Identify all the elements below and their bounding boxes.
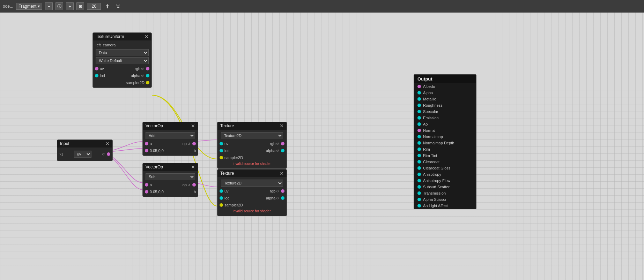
input-uv-row: ×1 uv ↺ — [57, 149, 112, 159]
output-port-normalmap — [417, 135, 421, 138]
sub-b-in-port[interactable] — [145, 190, 148, 194]
texture-uniform-title: TextureUniform — [96, 34, 124, 39]
texture1-type-select[interactable]: Texture2D Texture3D — [221, 132, 283, 139]
output-row-normalmap[interactable]: Normalmap — [414, 134, 476, 140]
output-label-anisotropy: Anisotropy — [423, 172, 441, 176]
mode-label: ode... — [3, 4, 13, 9]
texture2-alpha-out-port[interactable] — [281, 196, 284, 200]
texture1-close[interactable]: ✕ — [280, 123, 284, 128]
output-row-anisotropy-flow[interactable]: Anisotropy Flow — [414, 177, 476, 184]
texture1-rgb-out-port[interactable] — [281, 142, 284, 145]
output-label-normalmap: Normalmap — [423, 135, 443, 139]
add-b-in-port[interactable] — [145, 149, 148, 152]
output-port-normal — [417, 129, 421, 132]
texture2-type-select[interactable]: Texture2D Texture3D — [221, 180, 283, 187]
output-label-roughness: Roughness — [423, 103, 443, 107]
output-row-alpha-scissor[interactable]: Alpha Scissor — [414, 196, 476, 203]
output-row-ao-light-affect[interactable]: Ao Light Affect — [414, 203, 476, 209]
texture1-uv-in-port[interactable] — [220, 142, 223, 145]
sub-op-out-port[interactable] — [192, 183, 196, 187]
vector-op-add-close[interactable]: ✕ — [191, 123, 195, 128]
texture1-alpha-out-port[interactable] — [281, 149, 284, 152]
output-row-ao[interactable]: Ao — [414, 121, 476, 127]
output-port-specular — [417, 110, 421, 113]
texture-uniform-node: TextureUniform ✕ left_camera Data Color … — [92, 32, 152, 88]
output-port-anisotropy-flow — [417, 179, 421, 182]
output-row-anisotropy[interactable]: Anisotropy — [414, 171, 476, 177]
texture1-sampler-row: sampler2D — [217, 154, 287, 161]
vector-op-add-b-row: 0.05,0,0 b — [143, 147, 198, 154]
input-type-select[interactable]: uv — [74, 151, 91, 158]
output-row-rim-tint[interactable]: Rim Tint — [414, 152, 476, 159]
output-row-normal[interactable]: Normal — [414, 127, 476, 134]
sub-a-in-port[interactable] — [145, 183, 148, 187]
output-row-alpha[interactable]: Alpha — [414, 90, 476, 96]
output-row-metallic[interactable]: Metallic — [414, 96, 476, 102]
rgb-out-port[interactable] — [146, 67, 149, 70]
texture2-header: Texture ✕ — [217, 169, 287, 177]
output-row-clearcoat-gloss[interactable]: Clearcoat Gloss — [414, 165, 476, 171]
zoom-out-button[interactable]: − — [45, 2, 53, 10]
zoom-in-button[interactable]: + — [66, 2, 74, 10]
output-label-albedo: Albedo — [423, 84, 435, 89]
save-button[interactable]: 🖫 — [114, 2, 122, 10]
output-row-transmission[interactable]: Transmission — [414, 190, 476, 196]
output-label-metallic: Metallic — [423, 97, 436, 101]
vector-op-sub-b-row: 0.05,0,0 b — [143, 188, 198, 195]
output-port-clearcoat — [417, 160, 421, 164]
vector-op-sub-title: VectorOp — [146, 165, 163, 169]
output-port-ao — [417, 122, 421, 126]
texture2-uv-row: uv rgb ↺ — [217, 188, 287, 195]
info-button[interactable]: ⓘ — [55, 2, 63, 10]
vector-op-sub-node: VectorOp ✕ Sub Add Mul a op ↺ 0.05,0,0 b — [142, 163, 198, 197]
output-row-normalmap-depth[interactable]: Normalmap Depth — [414, 140, 476, 146]
output-label-subsurf-scatter: Subsurf Scatter — [423, 185, 450, 189]
texture2-body: Texture2D Texture3D uv rgb ↺ lod alpha ↺ — [217, 177, 287, 216]
texture-uniform-default-select[interactable]: White Default Black Default — [96, 57, 148, 64]
texture2-lod-in-port[interactable] — [220, 196, 223, 200]
vector-op-add-select[interactable]: Add Sub Mul — [146, 132, 195, 139]
add-op-out-port[interactable] — [192, 142, 196, 145]
input-title: Input — [60, 141, 69, 146]
output-port-subsurf-scatter — [417, 185, 421, 189]
output-row-clearcoat[interactable]: Clearcoat — [414, 159, 476, 165]
input-out-port[interactable] — [107, 152, 110, 156]
texture1-node: Texture ✕ Texture2D Texture3D uv rgb ↺ l… — [217, 122, 287, 169]
lod-in-port[interactable] — [95, 74, 98, 77]
texture2-node: Texture ✕ Texture2D Texture3D uv rgb ↺ l… — [217, 169, 287, 216]
output-row-subsurf-scatter[interactable]: Subsurf Scatter — [414, 184, 476, 190]
add-a-in-port[interactable] — [145, 142, 148, 145]
shader-mode-dropdown[interactable]: Fragment ▾ — [16, 3, 42, 10]
texture2-uv-in-port[interactable] — [220, 189, 223, 193]
vector-op-sub-close[interactable]: ✕ — [191, 165, 195, 169]
texture1-lod-in-port[interactable] — [220, 149, 223, 152]
input-node: Input ✕ ×1 uv ↺ — [57, 139, 113, 161]
sampler2d-out-port[interactable] — [146, 81, 149, 84]
texture-uniform-header: TextureUniform ✕ — [93, 33, 151, 40]
texture2-rgb-out-port[interactable] — [281, 189, 284, 193]
output-row-albedo[interactable]: Albedo — [414, 83, 476, 90]
output-row-emission[interactable]: Emission — [414, 115, 476, 121]
grid-button[interactable]: ⊞ — [76, 2, 84, 10]
texture1-sampler-in-port[interactable] — [220, 156, 223, 159]
output-row-rim[interactable]: Rim — [414, 146, 476, 152]
texture2-close[interactable]: ✕ — [280, 171, 284, 176]
input-close[interactable]: ✕ — [105, 141, 110, 146]
alpha-out-port[interactable] — [146, 74, 149, 77]
output-port-albedo — [417, 85, 421, 88]
stepper-up[interactable]: ⬆ — [104, 2, 111, 10]
output-label-transmission: Transmission — [423, 191, 446, 195]
output-label-ao: Ao — [423, 122, 428, 126]
texture2-sampler-in-port[interactable] — [220, 203, 223, 207]
texture-uniform-type-select[interactable]: Data Color — [96, 49, 148, 56]
output-port-rim — [417, 147, 421, 151]
output-row-specular[interactable]: Specular — [414, 108, 476, 115]
texture-uniform-close[interactable]: ✕ — [145, 34, 149, 39]
output-port-roughness — [417, 104, 421, 107]
vector-op-add-a-row: a op ↺ — [143, 140, 198, 147]
vector-op-sub-select[interactable]: Sub Add Mul — [146, 173, 195, 180]
output-label-emission: Emission — [423, 116, 439, 120]
vector-op-add-title: VectorOp — [146, 123, 163, 128]
uv-in-port[interactable] — [95, 67, 98, 70]
output-row-roughness[interactable]: Roughness — [414, 102, 476, 108]
